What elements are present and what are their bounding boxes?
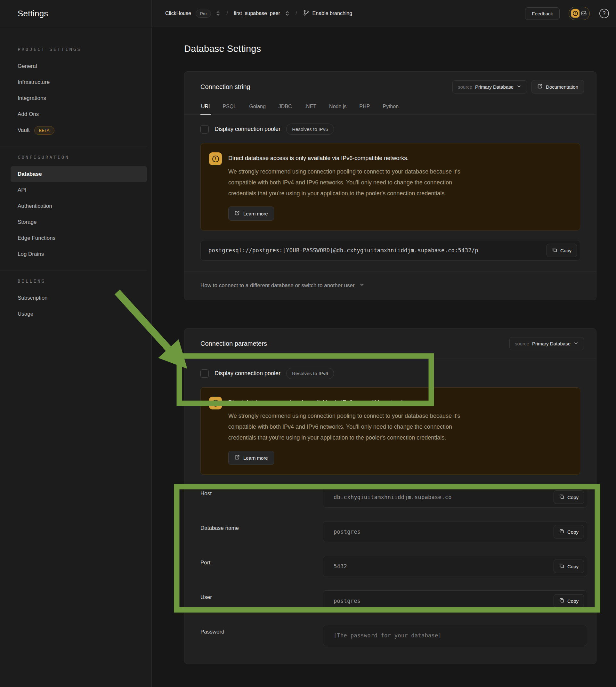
notifications-button[interactable]: ! <box>569 7 590 20</box>
user-row: User postgres Copy <box>200 583 587 618</box>
user-field[interactable]: postgres Copy <box>323 590 587 612</box>
sidebar-item-general[interactable]: General <box>10 58 147 74</box>
org-selector-icon[interactable] <box>216 10 221 16</box>
breadcrumb: ClickHouse Pro / first_supabase_peer / <box>152 0 616 27</box>
warning-title: Direct database access is only available… <box>228 397 478 406</box>
learn-more-button[interactable]: Learn more <box>228 451 274 465</box>
display-connection-pooler-checkbox[interactable] <box>200 125 209 133</box>
sidebar-item-label: Vault <box>18 127 30 133</box>
connection-string-header: Connection string source Primary Databas… <box>184 72 596 100</box>
display-connection-pooler-checkbox[interactable] <box>200 370 209 378</box>
ipv6-warning-alert: ! Direct database access is only availab… <box>200 387 580 475</box>
port-field[interactable]: 5432 Copy <box>323 556 587 577</box>
sidebar-item-edge-functions[interactable]: Edge Functions <box>10 230 147 246</box>
copy-icon <box>559 494 565 501</box>
copy-port-button[interactable]: Copy <box>554 560 584 573</box>
section-heading: PROJECT SETTINGS <box>18 47 147 52</box>
sidebar-item-vault[interactable]: Vault BETA <box>10 122 147 138</box>
settings-page: Settings ClickHouse Pro / first_supabase… <box>0 0 616 687</box>
tab-jdbc[interactable]: JDBC <box>278 101 293 114</box>
tab-psql[interactable]: PSQL <box>222 101 237 114</box>
sidebar-item-label: Usage <box>18 311 33 317</box>
sidebar-item-label: Authentication <box>18 203 52 209</box>
copy-uri-button[interactable]: Copy <box>547 244 577 257</box>
copy-label: Copy <box>567 598 578 604</box>
sidebar-item-infrastructure[interactable]: Infrastructure <box>10 74 147 90</box>
connect-different-database-disclosure[interactable]: How to connect to a different database o… <box>184 271 596 300</box>
learn-more-label: Learn more <box>243 455 268 461</box>
connection-string-tabs: URI PSQL Golang JDBC .NET Node.js PHP Py… <box>184 100 596 115</box>
source-select[interactable]: source Primary Database <box>509 337 584 350</box>
sidebar-item-label: Integrations <box>18 95 46 102</box>
pooler-label: Display connection pooler <box>215 370 281 377</box>
sidebar-header: Settings <box>0 0 152 27</box>
inbox-icon <box>580 9 587 18</box>
tab-python[interactable]: Python <box>382 101 399 114</box>
connection-uri-value: postgresql://postgres:[YOUR-PASSWORD]@db… <box>208 247 478 253</box>
password-field[interactable]: [The password for your database] <box>323 625 587 646</box>
learn-more-button[interactable]: Learn more <box>228 206 274 221</box>
sidebar-item-authentication[interactable]: Authentication <box>10 198 147 214</box>
top-bar: Settings ClickHouse Pro / first_supabase… <box>0 0 616 27</box>
copy-database-name-button[interactable]: Copy <box>554 525 584 538</box>
sidebar-item-api[interactable]: API <box>10 182 147 198</box>
connection-parameter-fields: Host db.cxhygiuitamxhniiddjm.supabase.co… <box>184 475 596 664</box>
chevron-down-icon <box>573 340 578 347</box>
sidebar-item-label: Log Drains <box>18 251 44 258</box>
connection-parameters-card: Connection parameters source Primary Dat… <box>184 329 596 664</box>
tab-nodejs[interactable]: Node.js <box>329 101 347 114</box>
source-select[interactable]: source Primary Database <box>453 80 527 93</box>
help-button[interactable]: ? <box>599 9 609 18</box>
chevron-down-icon <box>516 84 522 90</box>
header-actions: source Primary Database <box>453 80 584 93</box>
sidebar-item-add-ons[interactable]: Add Ons <box>10 106 147 122</box>
host-field[interactable]: db.cxhygiuitamxhniiddjm.supabase.co Copy <box>323 487 587 508</box>
sidebar-item-database[interactable]: Database <box>10 166 147 182</box>
source-value: Primary Database <box>475 84 513 90</box>
sidebar-section-billing: BILLING Subscription Usage <box>0 279 147 322</box>
pooler-row: Display connection pooler Resolves to IP… <box>184 115 596 137</box>
enable-branching-button[interactable]: Enable branching <box>303 9 352 17</box>
connection-parameters-title: Connection parameters <box>200 340 267 347</box>
external-link-icon <box>234 210 240 217</box>
copy-host-button[interactable]: Copy <box>554 490 584 504</box>
main-content: Database Settings Connection string sour… <box>152 27 616 687</box>
sidebar-item-log-drains[interactable]: Log Drains <box>10 246 147 262</box>
database-name-row: Database name postgres Copy <box>200 514 587 549</box>
tab-golang[interactable]: Golang <box>248 101 266 114</box>
documentation-label: Documentation <box>546 84 578 90</box>
sidebar-item-subscription[interactable]: Subscription <box>10 290 147 306</box>
connection-parameters-header: Connection parameters source Primary Dat… <box>184 329 596 359</box>
feedback-button[interactable]: Feedback <box>525 7 560 20</box>
warning-body: We strongly recommend using connection p… <box>228 166 478 199</box>
copy-user-button[interactable]: Copy <box>554 594 584 607</box>
tab-php[interactable]: PHP <box>358 101 370 114</box>
external-link-icon <box>537 84 543 90</box>
database-name-value: postgres <box>334 529 360 535</box>
learn-more-label: Learn more <box>243 211 268 216</box>
password-row: Password [The password for your database… <box>200 618 587 653</box>
database-name-field[interactable]: postgres Copy <box>323 521 587 542</box>
breadcrumb-project[interactable]: first_supabase_peer <box>234 10 280 16</box>
breadcrumb-org[interactable]: ClickHouse <box>165 10 191 16</box>
alert-badge-icon: ! <box>571 9 579 18</box>
user-label: User <box>200 590 323 601</box>
project-selector-icon[interactable] <box>285 10 290 16</box>
sidebar-item-usage[interactable]: Usage <box>10 306 147 322</box>
documentation-button[interactable]: Documentation <box>531 80 584 93</box>
warning-title: Direct database access is only available… <box>228 152 478 162</box>
warning-content: Direct database access is only available… <box>228 152 478 221</box>
source-value: Primary Database <box>532 341 571 347</box>
sidebar-section-configuration: CONFIGURATION Database API Authenticatio… <box>0 155 147 262</box>
copy-icon <box>559 598 565 604</box>
pooler-label: Display connection pooler <box>215 126 281 133</box>
sidebar-section-project-settings: PROJECT SETTINGS General Infrastructure … <box>0 47 147 138</box>
page-heading: Database Settings <box>184 44 616 54</box>
pooler-row: Display connection pooler Resolves to IP… <box>184 359 596 381</box>
sidebar-item-label: Subscription <box>18 295 48 301</box>
enable-branching-label: Enable branching <box>312 10 352 16</box>
tab-uri[interactable]: URI <box>200 101 211 114</box>
sidebar-item-storage[interactable]: Storage <box>10 214 147 230</box>
sidebar-item-integrations[interactable]: Integrations <box>10 90 147 106</box>
tab-dotnet[interactable]: .NET <box>304 101 317 114</box>
